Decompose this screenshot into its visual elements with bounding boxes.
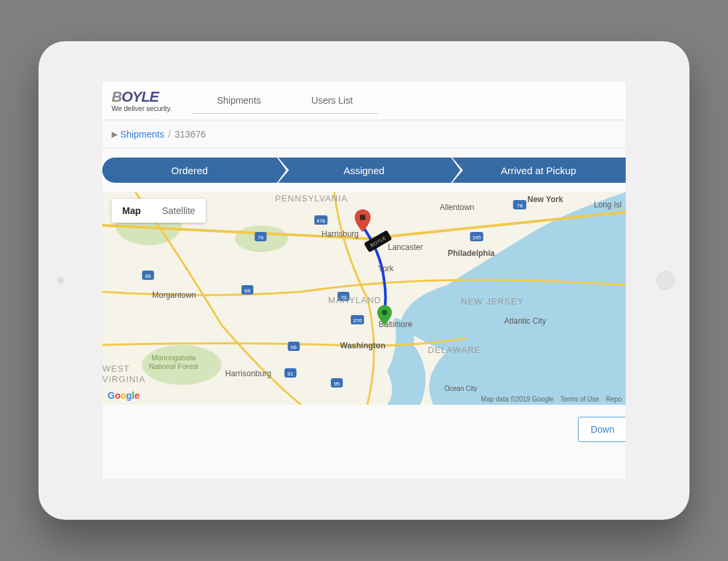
shipment-progress: Ordered Assigned Arrived at Pickup bbox=[102, 158, 626, 183]
home-button[interactable] bbox=[656, 271, 675, 290]
breadcrumb: ▶ Shipments / 313676 bbox=[102, 120, 626, 148]
svg-text:95: 95 bbox=[334, 381, 340, 387]
tablet-frame: BOYLE We deliver security. Shipments Use… bbox=[39, 41, 689, 520]
breadcrumb-shipment-id: 313676 bbox=[175, 129, 206, 140]
main-nav: Shipments Users List bbox=[192, 88, 378, 114]
svg-text:66: 66 bbox=[291, 344, 297, 350]
svg-text:78: 78 bbox=[517, 203, 523, 209]
svg-text:68: 68 bbox=[145, 273, 151, 279]
map-report-link[interactable]: Repo bbox=[606, 395, 622, 403]
step-arrived[interactable]: Arrived at Pickup bbox=[451, 158, 626, 183]
svg-text:70: 70 bbox=[341, 294, 347, 300]
map-terms-link[interactable]: Terms of Use bbox=[560, 395, 599, 403]
breadcrumb-separator: / bbox=[168, 129, 171, 140]
destination-marker-icon[interactable] bbox=[355, 209, 371, 232]
step-arrived-label: Arrived at Pickup bbox=[501, 165, 576, 176]
map-tab-map[interactable]: Map bbox=[112, 199, 151, 223]
brand-tagline: We deliver security. bbox=[112, 104, 172, 112]
origin-marker-icon[interactable] bbox=[377, 305, 392, 325]
brand-name: BOYLE bbox=[112, 90, 172, 104]
map-type-toggle: Map Satellite bbox=[112, 199, 206, 223]
google-logo: Google bbox=[108, 390, 139, 401]
svg-point-27 bbox=[382, 310, 387, 315]
breadcrumb-shipments-link[interactable]: Shipments bbox=[120, 129, 164, 140]
nav-users-list[interactable]: Users List bbox=[286, 88, 378, 114]
svg-text:68: 68 bbox=[244, 288, 250, 294]
step-assigned[interactable]: Assigned bbox=[277, 158, 452, 183]
map-tab-satellite[interactable]: Satellite bbox=[151, 199, 206, 223]
step-ordered[interactable]: Ordered bbox=[102, 158, 277, 183]
download-button[interactable]: Down bbox=[578, 417, 626, 442]
nav-shipments[interactable]: Shipments bbox=[192, 88, 286, 114]
step-ordered-label: Ordered bbox=[171, 165, 208, 176]
svg-point-1 bbox=[142, 345, 222, 385]
svg-text:81: 81 bbox=[288, 371, 294, 377]
map-data-label: Map data ©2019 Google bbox=[481, 395, 553, 403]
app-header: BOYLE We deliver security. Shipments Use… bbox=[102, 82, 626, 120]
breadcrumb-caret-icon: ▶ bbox=[112, 130, 118, 139]
map-attribution: Map data ©2019 Google Terms of Use Repo bbox=[481, 395, 622, 403]
camera-dot bbox=[57, 277, 64, 284]
step-assigned-label: Assigned bbox=[343, 165, 385, 176]
svg-rect-26 bbox=[360, 215, 365, 220]
brand-logo: BOYLE We deliver security. bbox=[112, 90, 172, 112]
route-map[interactable]: 68 76 70 66 95 78 195 476 270 68 81 PENN… bbox=[102, 192, 626, 405]
app-screen: BOYLE We deliver security. Shipments Use… bbox=[102, 81, 626, 480]
svg-text:195: 195 bbox=[472, 235, 482, 241]
bottom-bar: Down bbox=[102, 405, 626, 442]
svg-text:476: 476 bbox=[317, 218, 326, 224]
svg-text:76: 76 bbox=[258, 235, 264, 241]
svg-text:270: 270 bbox=[353, 318, 362, 324]
